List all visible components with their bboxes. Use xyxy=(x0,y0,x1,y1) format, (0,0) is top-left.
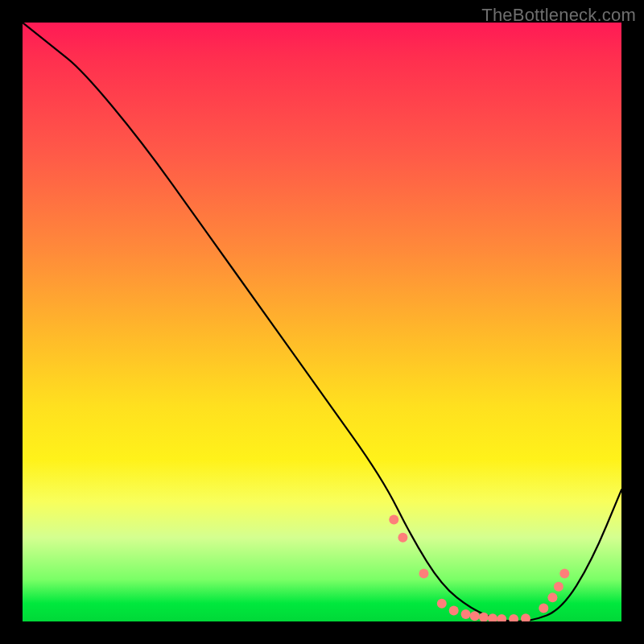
highlight-dot xyxy=(547,592,557,602)
plot-area xyxy=(23,23,621,621)
highlight-dot xyxy=(488,613,497,621)
highlight-dot xyxy=(398,533,407,543)
watermark-text: TheBottleneck.com xyxy=(481,5,636,26)
highlight-dot xyxy=(521,613,530,621)
highlight-dot xyxy=(559,569,569,579)
highlight-dot xyxy=(509,614,518,621)
highlight-dot xyxy=(419,569,429,579)
highlight-dot xyxy=(479,613,489,621)
highlight-dot xyxy=(461,609,471,619)
highlight-dot xyxy=(470,611,480,621)
highlight-dot xyxy=(539,604,548,613)
highlight-dot xyxy=(389,515,398,525)
bottleneck-curve xyxy=(23,23,621,621)
highlight-dot xyxy=(497,614,506,621)
highlight-dots xyxy=(389,515,569,622)
curve-layer xyxy=(23,23,621,621)
highlight-dot xyxy=(554,582,564,592)
chart-stage: TheBottleneck.com xyxy=(0,0,644,644)
highlight-dot xyxy=(449,606,459,616)
highlight-dot xyxy=(437,599,447,609)
